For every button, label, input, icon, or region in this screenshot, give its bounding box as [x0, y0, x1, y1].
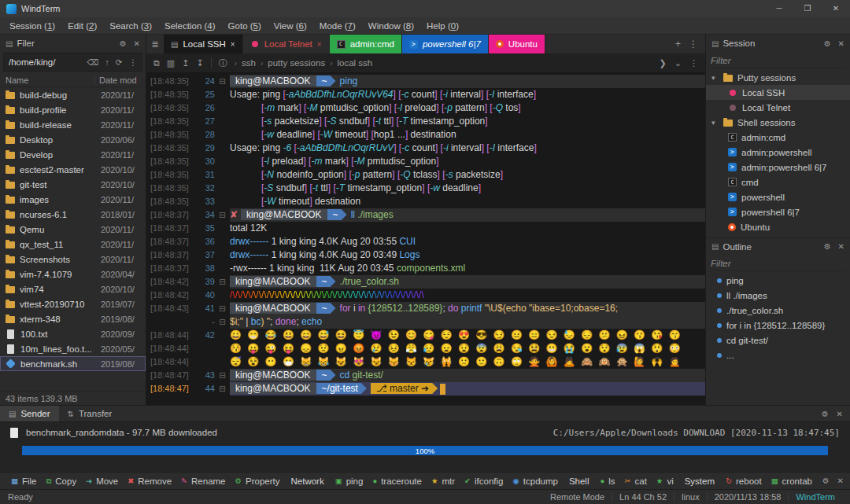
- tree-item-ubuntu[interactable]: Ubuntu: [706, 219, 850, 234]
- terminal-line[interactable]: [18:48:35]26 [-m mark] [-M pmtudisc_opti…: [146, 101, 705, 115]
- terminal-line[interactable]: [18:48:47]44⊟king@MACBOOK~/git-test⎇ mas…: [146, 382, 705, 395]
- copy-icon[interactable]: ⧉: [153, 58, 160, 68]
- terminal-line[interactable]: [18:48:35]28 [-w deadline] [-W timeout] …: [146, 128, 705, 142]
- terminal-line[interactable]: [18:48:35]33 [-W timeout] destination: [146, 195, 705, 208]
- filer-item-10m-lines-foo-t[interactable]: 10m_lines_foo.t...2020/05/: [0, 341, 146, 356]
- tabs-menu-icon[interactable]: ≣: [146, 35, 164, 53]
- outline-item-cd-git-test[interactable]: cd git-test/: [706, 333, 850, 348]
- layout-icon[interactable]: ▥: [167, 58, 175, 68]
- maximize-button[interactable]: ❐: [793, 0, 822, 17]
- filer-item-100-txt[interactable]: 100.txt2020/09/: [0, 326, 146, 341]
- filer-item-vim-7-4-1079[interactable]: vim-7.4.10792020/04/: [0, 267, 146, 281]
- quickbar-move[interactable]: ➜Move: [81, 476, 123, 486]
- breadcrumb-putty-sessions[interactable]: putty sessions: [268, 58, 325, 68]
- chevron-down-icon[interactable]: ⌄: [674, 58, 682, 68]
- tab-more-icon[interactable]: ⋮: [689, 39, 698, 50]
- new-tab-button[interactable]: +: [675, 39, 681, 50]
- outline-item-true-color-sh[interactable]: ./true_color.sh: [706, 303, 850, 318]
- outline-settings-icon[interactable]: ⚙: [824, 242, 831, 251]
- filer-item-vttest-20190710[interactable]: vttest-201907102019/07/: [0, 296, 146, 311]
- filer-path-bar[interactable]: /home/king/ ⌫↑⟳⋮: [3, 53, 142, 72]
- tree-item-admin-powershell[interactable]: >admin:powershell: [706, 145, 850, 160]
- tree-item-local-ssh[interactable]: Local SSH: [706, 85, 850, 100]
- menu-mode[interactable]: Mode (7): [313, 21, 362, 31]
- tree-item-powershell-6-7[interactable]: >powershell 6|7: [706, 204, 850, 219]
- transfer-row[interactable]: benchmark_randomdata - 97.7 MB downloade…: [0, 422, 850, 443]
- tree-item-powershell[interactable]: >powershell: [706, 189, 850, 204]
- terminal-line[interactable]: -⊟$i;" | bc) "; done; echo: [146, 315, 705, 329]
- quickbar-remove[interactable]: ✖Remove: [123, 476, 176, 486]
- close-button[interactable]: ✕: [822, 0, 850, 17]
- session-close-icon[interactable]: ✕: [838, 39, 844, 48]
- terminal-line[interactable]: [18:48:35]27 [-s packetsize] [-S sndbuf]…: [146, 115, 705, 128]
- filer-item-screenshots[interactable]: Screenshots2020/11/: [0, 252, 146, 267]
- outline-filter-input[interactable]: [711, 259, 845, 268]
- quickbar-copy[interactable]: ⧉Copy: [42, 476, 82, 486]
- outline-item-ping[interactable]: ping: [706, 273, 850, 288]
- quickbar-system[interactable]: System: [678, 476, 721, 486]
- quickbar-file[interactable]: ▦File: [6, 476, 42, 486]
- terminal-line[interactable]: [18:48:42]40/\/\/\/\/\/\/\/\/\/\/\/\/\/\…: [146, 289, 705, 302]
- filer-item-develop[interactable]: Develop2020/11/: [0, 147, 146, 162]
- terminal-line[interactable]: [18:48:35]31 [-N nodeinfo_option] [-p pa…: [146, 168, 705, 182]
- tab-local-telnet[interactable]: Local Telnet×: [243, 35, 330, 53]
- terminal-line[interactable]: [18:48:47]43⊟king@MACBOOK~cd git-test/: [146, 369, 705, 382]
- tab-ubuntu[interactable]: Ubuntu: [489, 35, 545, 53]
- tab-powershell-6-7[interactable]: >powershell 6|7: [402, 35, 489, 53]
- column-date[interactable]: Date mod: [94, 75, 140, 85]
- quickbar-tcpdump[interactable]: ◉tcpdump: [508, 476, 563, 486]
- filer-item-xterm-348[interactable]: xterm-3482019/08/: [0, 311, 146, 326]
- terminal-line[interactable]: [18:48:44]😚 😛 😜 😝 😞 😟 😠 😡 😢 😣 😤 😥 😦 😧 😨 …: [146, 342, 705, 355]
- filer-item-qx-test-11[interactable]: qx_test_112020/11/: [0, 237, 146, 252]
- terminal-line[interactable]: [18:48:37]34⊟✘king@MACBOOK~ll ./images: [146, 208, 705, 222]
- quickbar-crontab[interactable]: ▦crontab: [767, 476, 817, 486]
- session-settings-icon[interactable]: ⚙: [824, 39, 831, 48]
- terminal-line[interactable]: [18:48:35]32 [-S sndbuf] [-t ttl] [-T ti…: [146, 182, 705, 195]
- quickbar-cat[interactable]: ✂cat: [620, 476, 652, 486]
- quickbar-ls[interactable]: ●ls: [595, 476, 619, 486]
- session-filter-input[interactable]: [711, 56, 845, 65]
- filer-item-ncurses-6-1[interactable]: ncurses-6.12018/01/: [0, 207, 146, 222]
- back-icon[interactable]: ⌫: [87, 57, 99, 67]
- terminal-line[interactable]: [18:48:35]24⊟king@MACBOOK~ping: [146, 75, 705, 88]
- menu-session[interactable]: Session (1): [3, 21, 61, 31]
- bottom-settings-icon[interactable]: ⚙: [822, 410, 829, 418]
- refresh-icon[interactable]: ⟳: [116, 57, 123, 67]
- caret-icon[interactable]: ▾: [711, 74, 719, 82]
- quickbar-network[interactable]: Network: [285, 476, 331, 486]
- tree-item-admin-cmd[interactable]: Cadmin:cmd: [706, 130, 850, 145]
- tree-item-cmd[interactable]: Ccmd: [706, 175, 850, 189]
- tab-close-icon[interactable]: ×: [231, 40, 235, 49]
- terminal-line[interactable]: [18:48:37]35total 12K: [146, 222, 705, 235]
- filer-column-headers[interactable]: Name Date mod: [0, 73, 146, 87]
- menu-edit[interactable]: Edit (2): [61, 21, 103, 31]
- quickbar-shell[interactable]: Shell: [563, 476, 596, 486]
- bottom-tab-transfer[interactable]: ⇅Transfer: [59, 406, 121, 421]
- filer-item-build-debug[interactable]: build-debug2020/11/: [0, 87, 146, 102]
- quickbar-rename[interactable]: ✎Rename: [176, 476, 230, 486]
- tab-local-ssh[interactable]: ▤Local SSH×: [164, 35, 243, 53]
- quickbar-reboot[interactable]: ↻reboot: [721, 476, 767, 486]
- outline-close-icon[interactable]: ✕: [838, 242, 844, 251]
- tree-group-putty-sessions[interactable]: ▾Putty sessions: [706, 70, 850, 85]
- filer-item-vim74[interactable]: vim742020/10/: [0, 281, 146, 296]
- filer-item-build-release[interactable]: build-release2020/11/: [0, 117, 146, 132]
- quickbar-settings-icon[interactable]: ⚙: [822, 476, 830, 485]
- breadcrumb-ssh[interactable]: ssh: [242, 58, 256, 68]
- filer-item-git-test[interactable]: git-test2020/10/: [0, 177, 146, 192]
- terminal-line[interactable]: [18:48:37]38-rwx------ 1 king king 11K A…: [146, 262, 705, 275]
- tab-close-icon[interactable]: ×: [317, 40, 322, 49]
- outline-item-[interactable]: ...: [706, 348, 850, 362]
- expand-icon[interactable]: ❯: [660, 58, 667, 68]
- filer-close-icon[interactable]: ✕: [134, 39, 140, 48]
- filer-item-desktop[interactable]: Desktop2020/06/: [0, 132, 146, 147]
- menu-selection[interactable]: Selection (4): [158, 21, 222, 31]
- menu-search[interactable]: Search (3): [103, 21, 158, 31]
- tab-admin-cmd[interactable]: Cadmin:cmd: [330, 35, 402, 53]
- terminal-line[interactable]: [18:48:44]😴 😵 😶 😷 😸 😹 😺 😻 😼 😽 😾 😿 🙀 🙁 🙂 …: [146, 355, 705, 369]
- quickbar-ping[interactable]: ▣ping: [331, 476, 368, 486]
- menu-view[interactable]: View (6): [268, 21, 313, 31]
- quickbar-ifconfig[interactable]: ✔ifconfig: [460, 476, 508, 486]
- terminal-line[interactable]: [18:48:35]25Usage: ping [-aAbBdDfhLnOqrR…: [146, 88, 705, 101]
- quickbar-vi[interactable]: ★vi: [652, 476, 678, 486]
